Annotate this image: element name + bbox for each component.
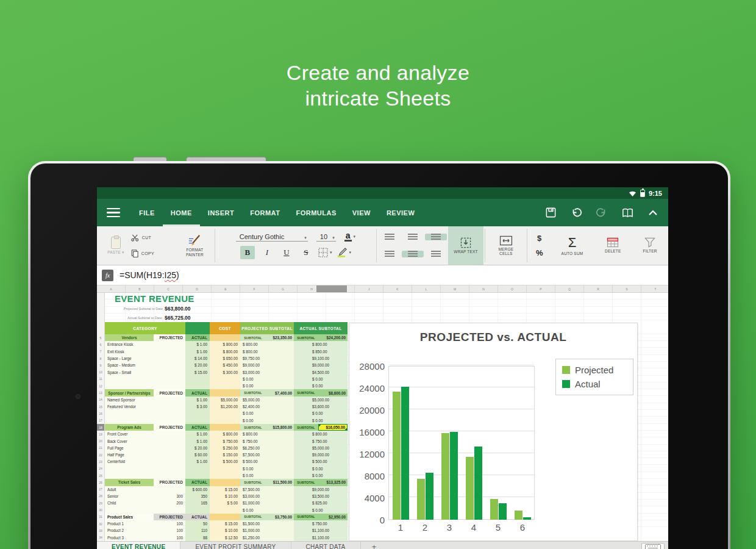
actual-qty-cell[interactable]: $ 600.00 — [185, 486, 210, 493]
cost-spacer-cell[interactable] — [210, 514, 240, 520]
projected-subtotal-cell[interactable]: $ 0.00 — [240, 382, 294, 389]
delete-button[interactable]: DELETE — [594, 226, 632, 265]
subtotal-label-cell[interactable]: SUBTOTAL — [240, 334, 266, 341]
projected-subtotal-cell[interactable]: $ 0.00 — [240, 410, 294, 417]
row-header-30[interactable]: 30 — [97, 506, 105, 513]
projected-qty-cell[interactable] — [154, 376, 185, 382]
actual-qty-cell[interactable] — [185, 506, 210, 513]
row-header-19[interactable]: 19 — [97, 431, 105, 437]
projected-subtotal-cell[interactable]: $9,000.00 — [240, 362, 294, 368]
menu-tab-home[interactable]: HOME — [163, 199, 200, 226]
actual-label-cell[interactable]: ACTUAL — [185, 479, 210, 486]
actual-subtotal-cell[interactable]: $ 750.00 — [294, 520, 348, 527]
actual-label-cell[interactable]: ACTUAL — [185, 514, 210, 520]
row-header-25[interactable]: 25 — [97, 472, 105, 479]
font-color-button[interactable]: a▾ — [344, 232, 355, 242]
hamburger-menu-icon[interactable] — [107, 208, 120, 218]
actual-qty-cell[interactable]: $ 3.00 — [185, 403, 210, 410]
projected-qty-cell[interactable] — [154, 396, 185, 403]
row-header-15[interactable]: 15 — [97, 403, 105, 410]
row-header-9[interactable]: 9 — [97, 362, 105, 368]
actual-qty-cell[interactable]: 165 — [185, 500, 210, 506]
row-header-33[interactable]: 33 — [97, 527, 105, 534]
align-left-button[interactable] — [379, 251, 401, 257]
row-header-6[interactable]: 6 — [97, 341, 105, 348]
cost-cell[interactable]: $1,200.00 — [210, 403, 240, 410]
align-top-center-button[interactable] — [402, 234, 424, 240]
projected-subtotal-cell[interactable]: $3,000.00 — [240, 368, 294, 375]
row-header-7[interactable]: 7 — [97, 348, 105, 355]
keyboard-toggle-button[interactable] — [641, 543, 665, 549]
actual-qty-cell[interactable]: $ 14.00 — [185, 355, 210, 362]
row-header-18[interactable]: 18 — [97, 424, 105, 431]
item-name-cell[interactable]: Half Page — [105, 451, 154, 458]
cost-cell[interactable] — [210, 472, 240, 479]
cost-cell[interactable] — [210, 417, 240, 424]
subtotal-label-cell[interactable]: SUBTOTAL — [240, 424, 266, 431]
item-name-cell[interactable] — [105, 472, 154, 479]
column-header-A[interactable]: A — [97, 285, 126, 292]
row-header-12[interactable]: 12 — [97, 382, 105, 389]
actual-subtotal-cell[interactable]: $ 0.00 — [294, 417, 348, 424]
actual-qty-cell[interactable] — [185, 410, 210, 417]
cost-cell[interactable] — [210, 465, 240, 472]
formula-input[interactable]: =SUM(H19:I25) — [119, 270, 179, 280]
borders-button[interactable]: ▾ — [318, 248, 332, 257]
subtotal-label-cell[interactable]: SUBTOTAL — [294, 424, 318, 431]
actual-subtotal-cell[interactable]: $9,100.00 — [294, 355, 348, 362]
item-name-cell[interactable] — [105, 382, 154, 389]
projected-qty-cell[interactable] — [154, 355, 185, 362]
sheet-title-cell[interactable]: EVENT REVENUE — [105, 293, 194, 304]
actual-subtotal-cell[interactable]: $24,200.00 — [318, 334, 348, 341]
projected-qty-cell[interactable]: 100 — [154, 527, 185, 534]
projected-qty-cell[interactable]: 200 — [154, 500, 185, 506]
projected-subtotal-cell[interactable]: $11,500.00 — [266, 479, 294, 486]
actual-qty-cell[interactable] — [185, 472, 210, 479]
actual-subtotal-cell[interactable]: $ 0.00 — [294, 465, 348, 472]
projected-subtotal-cell[interactable]: $ 0.00 — [240, 472, 294, 479]
projected-subtotal-cell[interactable]: $23,350.00 — [266, 334, 294, 341]
projected-qty-cell[interactable]: 300 — [154, 493, 185, 500]
projected-label-cell[interactable]: PROJECTED — [154, 424, 185, 431]
projected-qty-cell[interactable] — [154, 458, 185, 465]
actual-subtotal-cell[interactable]: $9,000.00 — [294, 451, 348, 458]
actual-summary-value[interactable]: $65,725.00 — [165, 315, 191, 321]
spreadsheet-grid[interactable]: EVENT REVENUE Projected Subtotal to Date… — [97, 293, 668, 541]
actual-qty-cell[interactable]: $ 20.00 — [185, 362, 210, 368]
projected-subtotal-cell[interactable]: $9,750.00 — [240, 355, 294, 362]
highlight-color-button[interactable]: ▾ — [337, 248, 351, 257]
projected-subtotal-cell[interactable]: $ 500.00 — [240, 458, 294, 465]
redo-icon[interactable] — [596, 207, 608, 219]
align-top-left-button[interactable] — [379, 234, 401, 240]
actual-subtotal-cell[interactable]: $5,000.00 — [294, 445, 348, 451]
row-header-26[interactable]: 26 — [97, 479, 105, 486]
row-header-24[interactable]: 24 — [97, 465, 105, 472]
column-header-E[interactable]: E — [212, 285, 240, 292]
column-header-F[interactable]: F — [240, 285, 269, 292]
undo-icon[interactable] — [570, 207, 582, 219]
projected-label-cell[interactable]: PROJECTED — [154, 334, 185, 341]
format-painter-button[interactable]: FORMAT PAINTER — [176, 226, 214, 265]
header-category[interactable]: CATEGORY — [105, 322, 185, 334]
actual-subtotal-cell[interactable]: $13,325.00 — [318, 479, 348, 486]
subtotal-label-cell[interactable]: SUBTOTAL — [240, 479, 266, 486]
column-header-P[interactable]: P — [527, 285, 555, 292]
actual-qty-cell[interactable] — [185, 382, 210, 389]
projected-qty-cell[interactable] — [154, 410, 185, 417]
projected-subtotal-cell[interactable]: $1,500.00 — [240, 520, 294, 527]
cost-cell[interactable]: $ 5.00 — [210, 500, 240, 506]
fx-icon[interactable]: fx — [102, 270, 113, 281]
projected-subtotal-cell[interactable]: $ 800.00 — [240, 431, 294, 437]
actual-qty-cell[interactable]: $ 1.00 — [185, 437, 210, 444]
menu-tab-review[interactable]: REVIEW — [379, 199, 423, 226]
cost-cell[interactable]: $ 500.00 — [210, 458, 240, 465]
row-header-29[interactable]: 29 — [97, 500, 105, 506]
item-name-cell[interactable]: Product 1 — [105, 520, 154, 527]
align-top-right-button[interactable] — [425, 234, 447, 240]
projected-qty-cell[interactable] — [154, 417, 185, 424]
currency-format-button[interactable]: $ — [537, 234, 541, 243]
cost-spacer-cell[interactable] — [210, 424, 240, 431]
column-header-N[interactable]: N — [469, 285, 498, 292]
actual-subtotal-cell[interactable]: $ 750.00 — [294, 437, 348, 444]
item-name-cell[interactable] — [105, 506, 154, 513]
